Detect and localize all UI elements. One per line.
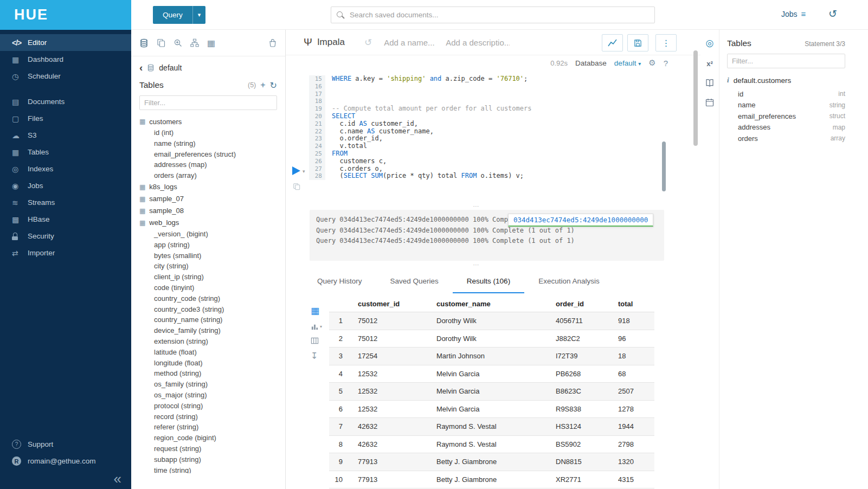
database-dropdown[interactable]: default ▾ (614, 59, 641, 67)
assist-column[interactable]: city (string) (139, 261, 285, 272)
table-row[interactable]: 275012Dorothy WilkJ882C296 (329, 330, 654, 348)
sidebar-item-hbase[interactable]: ▩HBase (0, 211, 131, 228)
assist-table-web-logs[interactable]: ▦web_logs (139, 217, 285, 229)
query-button[interactable]: Query ▾ (153, 6, 205, 24)
assist-table-sample-08[interactable]: ▦sample_08 (139, 205, 285, 217)
hue-logo[interactable]: HUE (0, 0, 131, 30)
assist-column[interactable]: region_code (bigint) (139, 433, 285, 443)
query-name-input[interactable] (383, 37, 437, 48)
refresh-tables-icon[interactable]: ↻ (270, 80, 277, 91)
table-row[interactable]: 175012Dorothy Wilk4056711918 (329, 312, 654, 330)
query-history-icon[interactable]: ↺ (364, 37, 372, 48)
assist-column[interactable]: bytes (smallint) (139, 250, 285, 261)
schedule-icon[interactable] (705, 98, 714, 107)
assist-column[interactable]: subapp (string) (139, 454, 285, 465)
tab-execution-analysis[interactable]: Execution Analysis (524, 269, 614, 293)
table-row[interactable]: 412532Melvin GarciaPB626868 (329, 365, 654, 383)
assist-column[interactable]: os_family (string) (139, 379, 285, 390)
editor-scrollbar[interactable] (662, 141, 666, 191)
right-column-name[interactable]: namestring (738, 100, 868, 111)
assist-column[interactable]: method (string) (139, 368, 285, 379)
sidebar-collapse-button[interactable]: « (114, 472, 121, 486)
table-row[interactable]: 842632Raymond S. VestalBS59022798 (329, 436, 654, 454)
info-icon[interactable]: i (727, 76, 729, 85)
assist-column[interactable]: request (string) (139, 443, 285, 454)
chart-type-caret-icon[interactable]: ▾ (320, 324, 322, 329)
snippet-menu-icon[interactable] (293, 183, 300, 190)
table-row[interactable]: 742632Raymond S. VestalHS31241944 (329, 418, 654, 436)
sidebar-item-streams[interactable]: ≋Streams (0, 194, 131, 211)
table-row[interactable]: 512532Melvin GarciaB8623C2507 (329, 383, 654, 401)
language-reference-icon[interactable] (705, 79, 714, 87)
sidebar-item-security[interactable]: Security (0, 228, 131, 244)
chart-button[interactable] (602, 34, 623, 52)
right-column-id[interactable]: idint (738, 88, 868, 100)
topbar-history-icon[interactable]: ↺ (828, 8, 837, 20)
query-dropdown-caret-icon[interactable]: ▾ (192, 6, 206, 24)
sidebar-item-jobs[interactable]: ◉Jobs (0, 177, 131, 194)
functions-icon[interactable]: x² (706, 60, 713, 68)
main-scrollbar[interactable] (693, 50, 698, 146)
assist-column[interactable]: code (tinyint) (139, 282, 285, 293)
right-column-addresses[interactable]: addressesmap (738, 122, 868, 133)
download-icon[interactable]: ↧ (311, 351, 318, 361)
tab-saved-queries[interactable]: Saved Queries (376, 269, 453, 293)
sidebar-item-dashboard[interactable]: ▦Dashboard (0, 51, 131, 68)
assist-column[interactable]: country_name (string) (139, 314, 285, 325)
assist-column[interactable]: latitude (float) (139, 347, 285, 358)
jobs-link[interactable]: Jobs ≡ (781, 9, 806, 18)
query-description-input[interactable] (445, 37, 511, 48)
table-row[interactable]: 612532Melvin GarciaR9S8381278 (329, 401, 654, 419)
assist-column[interactable]: os_major (string) (139, 390, 285, 401)
documents-assist-icon[interactable] (157, 38, 165, 47)
assist-column[interactable]: email_preferences (struct) (139, 149, 285, 160)
back-chevron-icon[interactable]: ‹ (139, 64, 143, 72)
settings-gear-icon[interactable]: ⚙ (648, 58, 655, 68)
assist-column[interactable]: id (int) (139, 127, 285, 138)
right-column-email-preferences[interactable]: email_preferencesstruct (738, 111, 868, 122)
tab-results-106[interactable]: Results (106) (453, 269, 524, 293)
execute-options-caret-icon[interactable]: ▾ (303, 169, 305, 174)
assist-column[interactable]: protocol (string) (139, 401, 285, 411)
execute-button[interactable] (292, 166, 300, 175)
tab-query-history[interactable]: Query History (303, 269, 376, 293)
assist-column[interactable]: referer (string) (139, 422, 285, 433)
breadcrumb-database-name[interactable]: default (159, 63, 182, 72)
assist-column[interactable]: _version_ (bigint) (139, 229, 285, 240)
assist-column[interactable]: country_code (string) (139, 293, 285, 304)
help-icon[interactable]: ? (664, 59, 668, 68)
save-button[interactable] (627, 34, 648, 52)
docs-icon[interactable]: ◎ (706, 37, 714, 49)
add-table-icon[interactable]: + (260, 80, 265, 90)
right-column-orders[interactable]: ordersarray (738, 133, 868, 144)
assist-column[interactable]: extension (string) (139, 336, 285, 347)
sidebar-item-files[interactable]: ▢Files (0, 110, 131, 127)
assist-column[interactable]: longitude (float) (139, 358, 285, 369)
sidebar-item-documents[interactable]: ▤Documents (0, 93, 131, 110)
assist-column[interactable]: client_ip (string) (139, 272, 285, 282)
sidebar-item-importer[interactable]: ⇄Importer (0, 244, 131, 261)
columns-view-icon[interactable] (311, 337, 319, 345)
search-input[interactable] (331, 7, 655, 23)
more-actions-button[interactable]: ⋮ (655, 34, 677, 52)
apps-grid-icon[interactable]: ▦ (207, 38, 215, 48)
table-row[interactable]: 977913Betty J. GiambroneDN88151320 (329, 453, 654, 471)
sidebar-item-s3[interactable]: ☁S3 (0, 127, 131, 144)
sitemap-icon[interactable] (190, 38, 199, 47)
sidebar-item-tables[interactable]: ▦Tables (0, 144, 131, 160)
active-table[interactable]: i default.customers (719, 68, 868, 88)
sidebar-item-scheduler[interactable]: ◷Scheduler (0, 68, 131, 85)
resize-handle-bottom[interactable]: ⋯ (286, 262, 668, 267)
assist-column[interactable]: device_family (string) (139, 325, 285, 336)
assist-column[interactable]: time (string) (139, 465, 285, 473)
bag-icon[interactable] (268, 38, 277, 47)
sidebar-item-support[interactable]: ? Support (0, 436, 131, 453)
assist-column[interactable]: orders (array) (139, 170, 285, 181)
grid-view-icon[interactable]: ▦ (311, 305, 319, 317)
assist-filter-input[interactable] (139, 95, 277, 110)
zoom-icon[interactable] (173, 38, 182, 47)
chart-view-icon[interactable]: ▾ (311, 323, 322, 331)
assist-column[interactable]: country_code3 (string) (139, 304, 285, 315)
assist-table-k8s-logs[interactable]: ▦k8s_logs (139, 181, 285, 193)
assist-column[interactable]: name (string) (139, 138, 285, 149)
